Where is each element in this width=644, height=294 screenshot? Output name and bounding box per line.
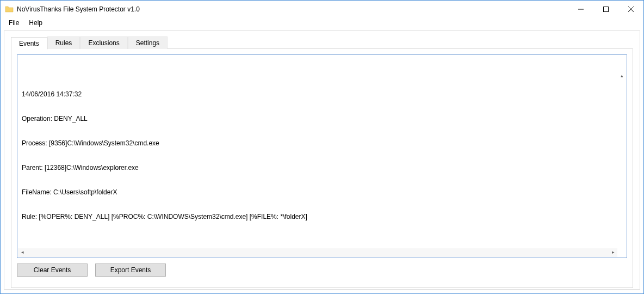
event-process: Process: [9356]C:\Windows\System32\cmd.e… [22,139,622,148]
close-button[interactable] [618,1,643,17]
tab-exclusions[interactable]: Exclusions [80,36,127,49]
vertical-scrollbar[interactable]: ▴ [617,56,626,250]
tab-rules[interactable]: Rules [47,36,81,49]
scroll-up-icon[interactable]: ▴ [617,72,626,81]
event-filename: FileName: C:\Users\softp\folderX [22,188,622,197]
horizontal-scrollbar[interactable]: ◂ ▸ [18,248,617,257]
event-log[interactable]: 14/06/2016 14:37:32 Operation: DENY_ALL … [17,54,627,258]
client-area: Events Rules Exclusions Settings 14/06/2… [4,30,640,290]
export-events-button[interactable]: Export Events [95,264,166,277]
tab-strip: Events Rules Exclusions Settings [11,36,633,49]
menu-help[interactable]: Help [24,18,47,28]
svg-rect-1 [604,7,609,11]
menubar: File Help [1,17,643,28]
tab-events[interactable]: Events [11,37,47,50]
menu-file[interactable]: File [4,18,24,28]
tab-panel-events: 14/06/2016 14:37:32 Operation: DENY_ALL … [11,48,633,288]
clear-events-button[interactable]: Clear Events [17,264,88,277]
app-folder-icon [5,5,14,14]
minimize-button[interactable] [568,1,593,17]
event-rule: Rule: [%OPER%: DENY_ALL] [%PROC%: C:\WIN… [22,213,622,221]
event-timestamp: 14/06/2016 14:37:32 [22,90,622,99]
button-row: Clear Events Export Events [17,264,627,277]
titlebar: NoVirusThanks File System Protector v1.0 [1,1,643,17]
tab-settings[interactable]: Settings [128,36,168,49]
event-operation: Operation: DENY_ALL [22,115,622,123]
window-title: NoVirusThanks File System Protector v1.0 [17,5,568,13]
scroll-right-icon[interactable]: ▸ [609,248,617,257]
maximize-button[interactable] [593,1,618,17]
scroll-left-icon[interactable]: ◂ [18,248,27,257]
event-entry: 14/06/2016 14:37:32 Operation: DENY_ALL … [22,74,622,237]
event-parent: Parent: [12368]C:\Windows\explorer.exe [22,164,622,172]
